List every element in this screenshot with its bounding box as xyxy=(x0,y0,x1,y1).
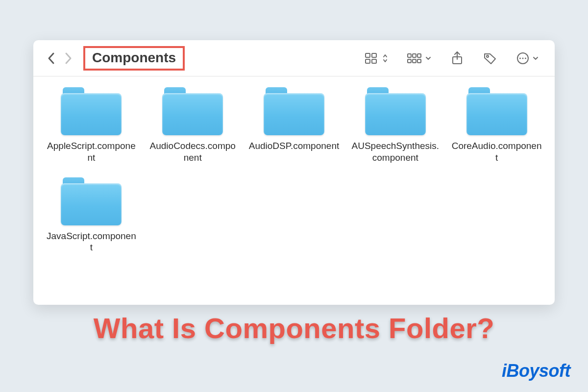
finder-toolbar: Components xyxy=(33,40,555,76)
forward-button[interactable] xyxy=(60,50,76,67)
svg-point-11 xyxy=(487,55,489,57)
svg-rect-8 xyxy=(413,59,416,63)
folder-label: AudioCodecs.component xyxy=(147,140,238,164)
group-button[interactable] xyxy=(403,49,436,67)
folder-item[interactable]: AudioCodecs.component xyxy=(147,87,238,164)
svg-rect-7 xyxy=(408,59,411,63)
folder-icon xyxy=(162,87,223,135)
folder-item[interactable]: CoreAudio.component xyxy=(451,87,542,164)
svg-rect-0 xyxy=(366,53,370,57)
file-grid: AppleScript.component AudioCodecs.compon… xyxy=(33,76,555,264)
watermark: iBoysoft xyxy=(502,361,570,381)
svg-point-13 xyxy=(519,57,521,59)
folder-label: AUSpeechSynthesis.component xyxy=(350,140,441,164)
folder-title: Components xyxy=(92,50,176,66)
folder-item[interactable]: JavaScript.component xyxy=(46,177,137,254)
folder-item[interactable]: AUSpeechSynthesis.component xyxy=(350,87,441,164)
folder-label: CoreAudio.component xyxy=(451,140,542,164)
svg-rect-6 xyxy=(417,54,421,57)
finder-window: Components xyxy=(33,40,555,305)
folder-item[interactable]: AudioDSP.component xyxy=(249,87,340,164)
more-button[interactable] xyxy=(512,49,543,67)
folder-label: JavaScript.component xyxy=(46,230,137,254)
svg-rect-3 xyxy=(372,59,376,63)
overlay-caption: What Is Components Folder? xyxy=(0,312,588,344)
share-button[interactable] xyxy=(446,49,468,67)
folder-icon xyxy=(466,87,527,135)
svg-rect-4 xyxy=(408,54,411,57)
folder-icon xyxy=(61,87,122,135)
view-mode-button[interactable] xyxy=(361,49,392,67)
tags-button[interactable] xyxy=(479,49,501,67)
svg-rect-1 xyxy=(372,53,376,57)
folder-icon xyxy=(365,87,426,135)
folder-label: AppleScript.component xyxy=(46,140,137,164)
folder-title-highlight: Components xyxy=(83,46,185,71)
folder-item[interactable]: AppleScript.component xyxy=(46,87,137,164)
svg-rect-5 xyxy=(413,54,416,57)
svg-point-15 xyxy=(525,57,526,59)
svg-point-14 xyxy=(522,57,524,59)
svg-rect-9 xyxy=(417,59,421,63)
folder-icon xyxy=(61,177,122,225)
folder-icon xyxy=(264,87,324,135)
folder-label: AudioDSP.component xyxy=(249,140,340,152)
back-button[interactable] xyxy=(43,50,60,67)
svg-rect-2 xyxy=(366,59,370,63)
